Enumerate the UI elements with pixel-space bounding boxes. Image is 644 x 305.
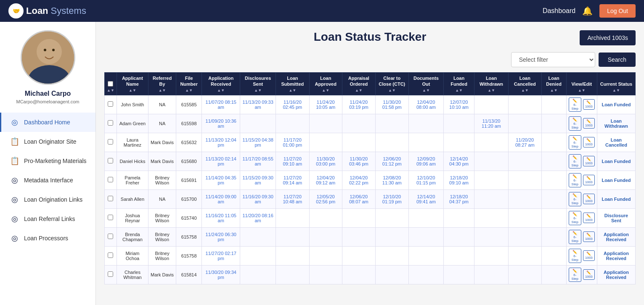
filter-select[interactable]: Select filter: [511, 52, 595, 67]
row-disclosures-sent: [240, 114, 276, 133]
row-checkbox-0[interactable]: [108, 101, 113, 107]
edit-1003-button-7[interactable]: ✏️1003: [583, 231, 595, 242]
row-applicant-name: Pamela Freher: [117, 171, 148, 189]
disclosures-sent-sort-icon[interactable]: ▲▼: [254, 88, 262, 92]
logout-button[interactable]: Log Out: [599, 4, 636, 18]
row-loan-denied: [541, 189, 566, 208]
row-checkbox-cell: [105, 114, 117, 133]
row-loan-approved: 12/05/20 02:56 pm: [309, 189, 342, 208]
table-row: Laura Martinez Mark Davis 615632 11/13/2…: [105, 133, 636, 152]
edit-6step-button-3[interactable]: ✏️6-Step: [569, 154, 581, 168]
row-file-number: 615598: [176, 114, 202, 133]
edit-6step-button-9[interactable]: ✏️6-Step: [569, 268, 581, 282]
row-view-edit: ✏️6-Step ✏️1003: [566, 208, 597, 227]
clear-to-close-sort-icon[interactable]: ▲▼: [388, 88, 396, 92]
edit-6step-button-1[interactable]: ✏️6-Step: [569, 116, 581, 131]
row-current-status: Loan Withdrawn: [597, 114, 635, 133]
page-header: Loan Status Tracker Archived 1003s: [104, 30, 636, 45]
row-documents-out: 12/10/20 01:15 pm: [408, 171, 443, 189]
sidebar-item-dashboard-home[interactable]: ◎ Dashboard Home: [0, 113, 95, 132]
row-checkbox-7[interactable]: [108, 234, 113, 239]
row-clear-to-close: 12/10/20 01:19 pm: [375, 189, 408, 208]
edit-6step-button-2[interactable]: ✏️6-Step: [569, 135, 581, 150]
main-layout: Michael Carpo MCarpo@homeloanagent.com ◎…: [0, 22, 644, 305]
loan-status-table: ▲▼ Applicant Name ▲▼ Referred By ▲▼ File…: [104, 72, 636, 284]
row-checkbox-5[interactable]: [108, 196, 113, 201]
loan-withdrawn-sort-icon[interactable]: ▲▼: [488, 88, 495, 92]
sidebar-item-loan-originator-site[interactable]: 📋 Loan Originator Site: [0, 132, 95, 151]
row-view-edit: ✏️6-Step ✏️1003: [566, 189, 597, 208]
row-appraisal-ordered: 12/06/20 08:07 am: [342, 189, 375, 208]
row-loan-cancelled: 11/20/20 08:27 am: [509, 133, 542, 152]
edit-6step-button-0[interactable]: ✏️6-Step: [569, 97, 581, 112]
sidebar-item-pro-marketing-materials[interactable]: 📋 Pro-Marketing Materials: [0, 151, 95, 171]
row-view-edit: ✏️6-Step ✏️1003: [566, 114, 597, 133]
applicant-name-sort-icon[interactable]: ▲▼: [129, 88, 136, 92]
edit-1003-button-9[interactable]: ✏️1003: [583, 269, 595, 280]
archived-button[interactable]: Archived 1003s: [580, 30, 636, 45]
loan-funded-sort-icon[interactable]: ▲▼: [455, 88, 463, 92]
sidebar-item-label-metadata-interface: Metadata Interface: [24, 177, 73, 184]
notification-bell-icon[interactable]: 🔔: [582, 6, 593, 16]
logo-loan: Loan: [26, 5, 48, 16]
sidebar-item-loan-processors[interactable]: ◎ Loan Processors: [0, 229, 95, 248]
col-application-received: Application Received ▲▼: [202, 73, 240, 95]
search-button[interactable]: Search: [599, 53, 636, 67]
sidebar-item-loan-origination-links[interactable]: ◎ Loan Origination Links: [0, 190, 95, 209]
edit-1003-button-4[interactable]: ✏️1003: [583, 175, 595, 185]
appraisal-ordered-sort-icon[interactable]: ▲▼: [355, 88, 363, 92]
row-loan-submitted: [276, 265, 310, 284]
row-applicant-name: Joshua Reynar: [117, 208, 148, 227]
edit-1003-button-8[interactable]: ✏️1003: [583, 250, 595, 261]
edit-1003-button-3[interactable]: ✏️1003: [583, 156, 595, 166]
row-loan-denied: [541, 208, 566, 227]
edit-6step-button-4[interactable]: ✏️6-Step: [569, 173, 581, 187]
app-received-sort-icon[interactable]: ▲▼: [217, 88, 225, 92]
referred-by-sort-icon[interactable]: ▲▼: [159, 88, 166, 92]
edit-1003-button-5[interactable]: ✏️1003: [583, 194, 595, 204]
edit-6step-button-6[interactable]: ✏️6-Step: [569, 211, 581, 225]
edit-6step-button-5[interactable]: ✏️6-Step: [569, 192, 581, 206]
select-all-checkbox[interactable]: [108, 81, 113, 87]
sidebar-item-metadata-interface[interactable]: ◎ Metadata Interface: [0, 171, 95, 190]
current-status-sort-icon[interactable]: ▲▼: [612, 88, 620, 92]
row-loan-funded: 12/07/20 10:10 am: [444, 95, 474, 114]
row-checkbox-3[interactable]: [108, 158, 113, 163]
row-checkbox-4[interactable]: [108, 177, 113, 182]
row-view-edit: ✏️6-Step ✏️1003: [566, 227, 597, 246]
loan-submitted-sort-icon[interactable]: ▲▼: [289, 88, 296, 92]
row-checkbox-9[interactable]: [108, 271, 113, 277]
file-number-sort-icon[interactable]: ▲▼: [185, 88, 193, 92]
table-row: Joshua Reynar Britney Wilson 615740 11/1…: [105, 208, 636, 227]
row-appraisal-ordered: [342, 133, 375, 152]
row-loan-cancelled: [509, 208, 542, 227]
row-checkbox-1[interactable]: [108, 120, 113, 126]
row-documents-out: [408, 133, 443, 152]
edit-1003-button-0[interactable]: ✏️1003: [583, 99, 595, 110]
sidebar-item-label-dashboard-home: Dashboard Home: [24, 119, 70, 126]
row-loan-funded: [444, 133, 474, 152]
loan-approved-sort-icon[interactable]: ▲▼: [322, 88, 329, 92]
logo[interactable]: 🤝 LoanSystems: [8, 3, 86, 18]
edit-6step-button-8[interactable]: ✏️6-Step: [569, 249, 581, 263]
row-checkbox-cell: [105, 95, 117, 114]
dashboard-link[interactable]: Dashboard: [543, 7, 575, 15]
edit-1003-button-1[interactable]: ✏️1003: [583, 118, 595, 129]
loan-denied-sort-icon[interactable]: ▲▼: [550, 88, 558, 92]
row-checkbox-2[interactable]: [108, 139, 113, 145]
row-loan-funded: [444, 227, 474, 246]
sidebar-item-loan-referral-links[interactable]: ◎ Loan Referral Links: [0, 209, 95, 229]
documents-out-sort-icon[interactable]: ▲▼: [422, 88, 430, 92]
row-loan-withdrawn: [474, 246, 509, 265]
row-checkbox-8[interactable]: [108, 252, 113, 258]
row-file-number: 615758: [176, 227, 202, 246]
row-checkbox-6[interactable]: [108, 215, 113, 220]
row-file-number: 615740: [176, 208, 202, 227]
row-current-status: Loan Funded: [597, 189, 635, 208]
loan-cancelled-sort-icon[interactable]: ▲▼: [521, 88, 529, 92]
view-edit-sort-icon[interactable]: ▲▼: [578, 88, 586, 92]
edit-6step-button-7[interactable]: ✏️6-Step: [569, 230, 581, 244]
col-loan-approved: Loan Approved ▲▼: [309, 73, 342, 95]
edit-1003-button-2[interactable]: ✏️1003: [583, 137, 595, 147]
edit-1003-button-6[interactable]: ✏️1003: [583, 213, 595, 223]
